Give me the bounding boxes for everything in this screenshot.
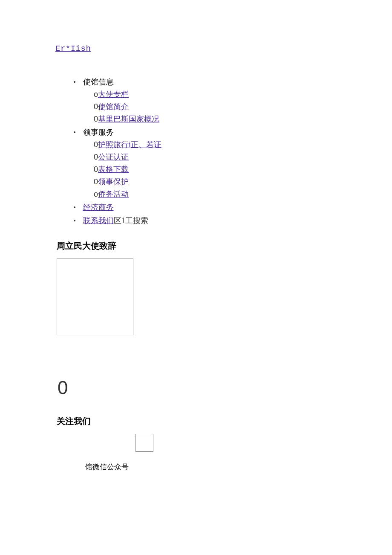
sub-item: 0护照旅行i正、若证 xyxy=(94,139,337,151)
sub-item: 0领事保护 xyxy=(94,176,337,188)
nav-label: 使馆信息 xyxy=(83,78,114,86)
list-marker: 0 xyxy=(94,139,98,151)
link-notary[interactable]: 公证认证 xyxy=(98,153,129,161)
list-marker: 0 xyxy=(94,101,98,113)
list-marker: 0 xyxy=(94,176,98,188)
sub-item: 0表格下载 xyxy=(94,164,337,175)
qr-image-placeholder xyxy=(135,434,153,452)
zero-glyph: 0 xyxy=(58,374,337,402)
qr-caption: 馆微信公众号 xyxy=(85,462,337,473)
link-economy[interactable]: 经济商务 xyxy=(83,203,114,212)
list-marker: 0 xyxy=(94,113,98,125)
nav-label: 领事服务 xyxy=(83,128,114,137)
link-overseas[interactable]: 侨务活动 xyxy=(98,190,129,198)
main-nav: 使馆信息 o大使专栏 0使馆简介 0基里巴斯国家概况 领事服务 0护照旅行i正、… xyxy=(55,76,337,227)
link-kiribati[interactable]: 基里巴斯国家概况 xyxy=(98,115,159,123)
sub-item: 0公证认证 xyxy=(94,151,337,163)
link-passport[interactable]: 护照旅行i正、若证 xyxy=(98,140,161,149)
list-marker: o xyxy=(94,189,98,200)
english-link[interactable]: Er*Iish xyxy=(55,44,91,53)
link-intro[interactable]: 使馆简介 xyxy=(98,102,129,111)
ambassador-image-placeholder xyxy=(57,259,133,335)
qr-wrap xyxy=(55,434,153,455)
list-marker: 0 xyxy=(94,151,98,163)
list-marker: 0 xyxy=(94,164,98,175)
sub-nav-embassy: o大使专栏 0使馆简介 0基里巴斯国家概况 xyxy=(68,89,337,125)
sub-item: o大使专栏 xyxy=(94,89,337,100)
sub-item: 0基里巴斯国家概况 xyxy=(94,113,337,125)
link-forms[interactable]: 表格下载 xyxy=(98,165,129,174)
nav-item-consular: 领事服务 0护照旅行i正、若证 0公证认证 0表格下载 0领事保护 o侨务活动 xyxy=(68,127,337,200)
sub-nav-consular: 0护照旅行i正、若证 0公证认证 0表格下载 0领事保护 o侨务活动 xyxy=(68,139,337,200)
link-contact[interactable]: 联系我们 xyxy=(83,216,114,225)
section-ambassador-speech: 周立民大使致辞 xyxy=(57,239,337,252)
section-follow-us: 关注我们 xyxy=(57,415,337,427)
extra-text: 区1工搜索 xyxy=(114,216,148,225)
link-protection[interactable]: 领事保护 xyxy=(98,177,129,186)
nav-item-contact: 联系我们区1工搜索 xyxy=(68,215,337,227)
sub-item: o侨务活动 xyxy=(94,189,337,200)
nav-item-economy: 经济商务 xyxy=(68,202,337,213)
sub-item: 0使馆简介 xyxy=(94,101,337,113)
link-ambassador[interactable]: 大使专栏 xyxy=(98,90,129,99)
list-marker: o xyxy=(94,89,98,100)
nav-item-embassy: 使馆信息 o大使专栏 0使馆简介 0基里巴斯国家概况 xyxy=(68,76,337,125)
